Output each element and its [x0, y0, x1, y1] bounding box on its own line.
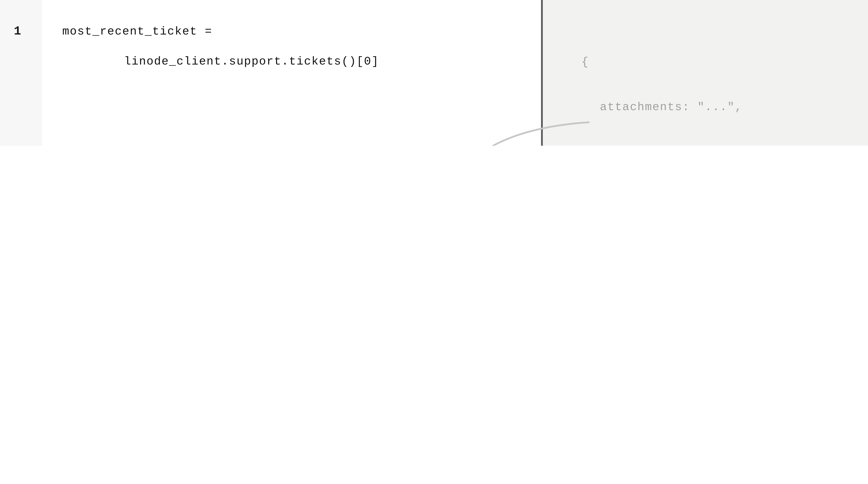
- json-key: attachments: [600, 100, 682, 114]
- code-line-assignment-1: most_recent_ticket =: [62, 24, 212, 39]
- json-key: closable: [600, 145, 660, 146]
- ticket-json-object: { attachments: "...", closable: "...", c…: [581, 25, 868, 146]
- code-line-tickets-call: linode_client.support.tickets()[0]: [124, 54, 379, 69]
- line-marker-1: 1: [14, 24, 31, 39]
- json-row-closable: closable: "...",: [581, 145, 868, 146]
- diagram-canvas: 1 2 most_recent_ticket = linode_client.s…: [0, 0, 868, 146]
- json-row-attachments: attachments: "...",: [581, 100, 868, 115]
- panel-divider: [541, 0, 543, 146]
- json-open-brace: {: [581, 55, 868, 70]
- json-value: : "...",: [682, 100, 743, 114]
- code-panel: [0, 0, 541, 146]
- line-number-gutter: [0, 0, 42, 146]
- json-value: : "...",: [660, 145, 720, 146]
